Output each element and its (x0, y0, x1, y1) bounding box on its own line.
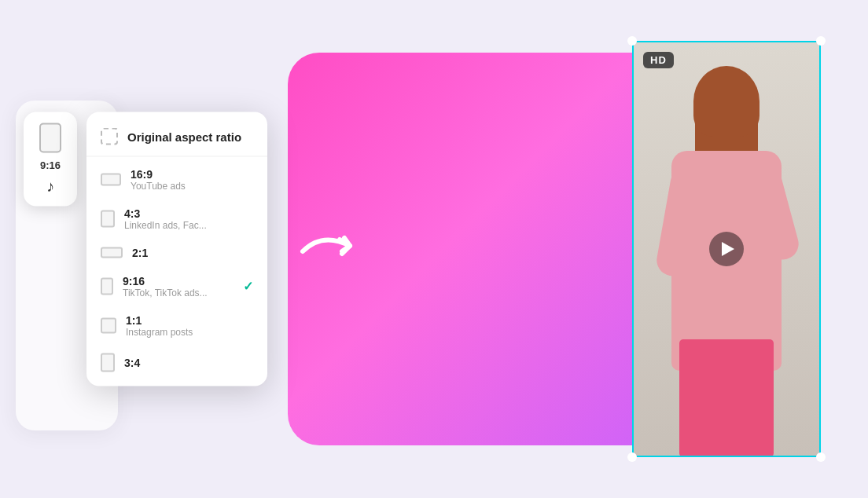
ratio-desc-4-3: LinkedIn ads, Fac... (124, 220, 207, 231)
ratio-icon-16-9 (101, 174, 121, 186)
direction-arrow (299, 224, 370, 271)
ratio-icon-3-4 (101, 353, 115, 372)
ratio-option-2-1[interactable]: 2:1 (86, 239, 267, 267)
tiktok-icon: ♪ (46, 178, 54, 196)
handle-top-right[interactable] (816, 36, 826, 46)
handle-bottom-right[interactable] (816, 452, 826, 462)
ratio-option-9-16[interactable]: 9:16 TikTok, TikTok ads... ✓ (86, 267, 267, 306)
arrow-container (299, 224, 370, 274)
ratio-label-1-1: 1:1 (126, 314, 193, 327)
phone-ratio-label: 9:16 (40, 159, 61, 171)
phone-mockup: 9:16 ♪ (24, 112, 77, 207)
video-frame: HD (632, 41, 821, 457)
ratio-desc-1-1: Instagram posts (126, 327, 193, 338)
ratio-option-16-9[interactable]: 16:9 YouTube ads (86, 160, 267, 200)
ratio-icon-2-1 (101, 247, 123, 258)
ratio-icon-1-1 (101, 318, 116, 334)
ratio-texts-3-4: 3:4 (124, 357, 140, 369)
ratio-label-2-1: 2:1 (132, 247, 148, 259)
person-legs (679, 339, 774, 457)
phone-screen-icon (39, 123, 61, 153)
ratio-icon-9-16 (101, 278, 113, 295)
ratio-texts-9-16: 9:16 TikTok, TikTok ads... (123, 275, 208, 298)
scene: 9:16 ♪ Original aspect ratio 16:9 YouTub… (0, 0, 868, 498)
person-hair (693, 66, 760, 137)
ratio-label-16-9: 16:9 (131, 168, 186, 181)
play-icon (722, 242, 734, 256)
ratio-texts-4-3: 4:3 LinkedIn ads, Fac... (124, 207, 207, 231)
ratio-texts-1-1: 1:1 Instagram posts (126, 314, 193, 338)
ratio-option-1-1[interactable]: 1:1 Instagram posts (86, 306, 267, 346)
handle-top-left[interactable] (627, 36, 637, 46)
ratio-texts-16-9: 16:9 YouTube ads (131, 168, 186, 192)
video-content: HD (632, 41, 821, 457)
video-area: HD (632, 41, 821, 457)
ratio-icon-4-3 (101, 211, 115, 228)
hd-badge: HD (643, 52, 674, 68)
ratio-label-3-4: 3:4 (124, 357, 140, 369)
play-button[interactable] (709, 232, 744, 266)
left-panel: 9:16 ♪ Original aspect ratio 16:9 YouTub… (24, 112, 267, 386)
ratio-desc-16-9: YouTube ads (131, 181, 186, 192)
menu-header[interactable]: Original aspect ratio (86, 119, 267, 157)
ratio-label-4-3: 4:3 (124, 207, 207, 220)
menu-header-text: Original aspect ratio (127, 130, 241, 143)
ratio-desc-9-16: TikTok, TikTok ads... (123, 287, 208, 298)
selected-checkmark: ✓ (243, 279, 253, 294)
ratio-texts-2-1: 2:1 (132, 247, 148, 259)
aspect-ratio-dropdown: Original aspect ratio 16:9 YouTube ads 4… (86, 112, 267, 386)
ratio-option-3-4[interactable]: 3:4 (86, 346, 267, 380)
handle-bottom-left[interactable] (627, 452, 637, 462)
ratio-label-9-16: 9:16 (123, 275, 208, 287)
ratio-option-4-3[interactable]: 4:3 LinkedIn ads, Fac... (86, 200, 267, 239)
original-ratio-icon (101, 128, 118, 145)
